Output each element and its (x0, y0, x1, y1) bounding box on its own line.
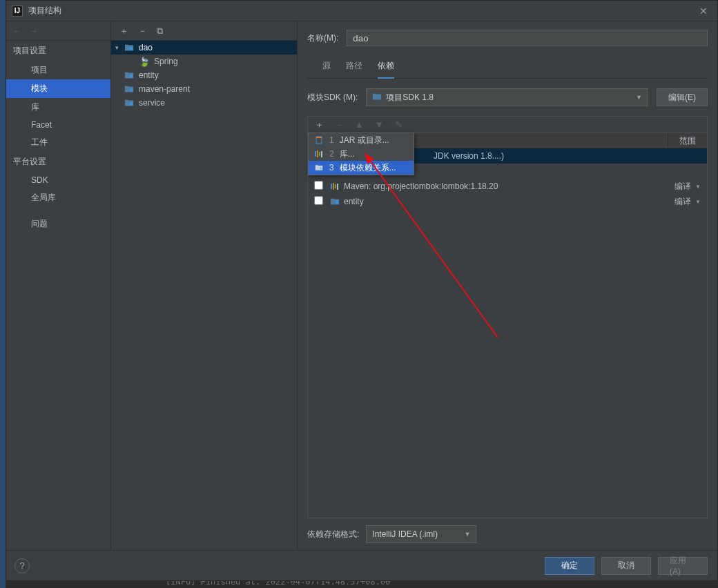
background-strip (0, 0, 6, 588)
chevron-down-icon: ▼ (636, 94, 642, 101)
nav-facets[interactable]: Facet (6, 117, 110, 133)
popup-item-jar[interactable]: 1 JAR 或目录... (309, 133, 414, 147)
storage-format-combo[interactable]: IntelliJ IDEA (.iml) ▼ (366, 525, 476, 543)
spring-icon: 🍃 (139, 56, 150, 67)
module-folder-icon (314, 164, 324, 172)
dep-row-lombok[interactable]: Maven: org.projectlombok:lombok:1.18.20 … (308, 179, 707, 194)
nav-modules[interactable]: 模块 (6, 79, 110, 98)
nav-problems[interactable]: 问题 (6, 214, 110, 234)
library-icon (329, 183, 341, 190)
storage-value: IntelliJ IDEA (.iml) (372, 529, 458, 539)
tree-label: entity (139, 70, 159, 80)
chevron-down-icon[interactable]: ▾ (115, 44, 124, 51)
storage-format-row: 依赖存储格式: IntelliJ IDEA (.iml) ▼ (307, 525, 708, 543)
module-sdk-combo[interactable]: 项目SDK 1.8 ▼ (366, 88, 648, 106)
dep-label: Maven: org.projectlombok:lombok:1.18.20 (344, 182, 668, 191)
dep-label: entity (344, 197, 668, 206)
tab-paths[interactable]: 路径 (346, 60, 362, 78)
section-project-settings: 项目设置 (6, 41, 110, 61)
svg-rect-7 (336, 201, 338, 204)
dep-scope-combo[interactable]: 编译 ▼ (668, 181, 707, 193)
tree-label: Spring (154, 57, 178, 66)
forward-icon[interactable]: → (30, 26, 38, 36)
popup-label: 库... (340, 148, 355, 160)
dep-toolbar: ＋ － ▲ ▼ ✎ 1 JAR 或目录... (307, 116, 708, 133)
library-icon (314, 150, 324, 157)
tab-dependencies[interactable]: 依赖 (378, 60, 394, 79)
export-checkbox[interactable] (314, 181, 323, 190)
module-folder-icon (124, 97, 135, 108)
nav-project[interactable]: 项目 (6, 61, 110, 79)
popup-item-module-dep[interactable]: 3 模块依赖关系... (309, 161, 414, 175)
popup-label: 模块依赖关系... (340, 162, 396, 174)
add-icon[interactable]: ＋ (119, 25, 128, 37)
apply-button[interactable]: 应用(A) (658, 557, 708, 575)
tree-label: dao (139, 43, 153, 52)
back-icon[interactable]: ← (13, 26, 21, 36)
nav-artifacts[interactable]: 工件 (6, 133, 110, 152)
popup-label: JAR 或目录... (340, 135, 389, 146)
chevron-down-icon: ▼ (464, 531, 470, 538)
sdk-value: 项目SDK 1.8 (386, 92, 434, 104)
jar-icon (314, 136, 324, 144)
dialog-footer: ? 确定 取消 应用(A) (6, 550, 717, 580)
tree-node-spring[interactable]: 🍃 Spring (111, 55, 297, 68)
history-nav: ← → (6, 21, 110, 41)
copy-icon[interactable]: ⧉ (157, 26, 163, 37)
ok-button[interactable]: 确定 (545, 557, 594, 575)
popup-item-library[interactable]: 2 库... (309, 147, 414, 161)
module-folder-icon (124, 84, 135, 95)
window-title: 项目结构 (28, 5, 695, 17)
app-icon: IJ (12, 6, 23, 17)
tree-node-service[interactable]: service (111, 96, 297, 110)
name-label: 名称(M): (307, 32, 338, 44)
sdk-label: 模块SDK (M): (307, 92, 358, 104)
nav-global-libs[interactable]: 全局库 (6, 188, 110, 207)
cancel-button[interactable]: 取消 (601, 557, 651, 575)
folder-icon (372, 92, 382, 104)
module-name-input[interactable] (347, 30, 708, 46)
module-tree-panel: ＋ － ⧉ ▾ dao 🍃 Spring (111, 21, 298, 550)
module-tabs: 源 路径 依赖 (307, 56, 708, 79)
titlebar[interactable]: IJ 项目结构 ✕ (6, 1, 717, 21)
close-icon[interactable]: ✕ (695, 6, 712, 17)
svg-rect-6 (320, 167, 322, 170)
tree-node-entity[interactable]: entity (111, 68, 297, 82)
tree-node-maven-parent[interactable]: maven-parent (111, 82, 297, 96)
tree-label: maven-parent (139, 84, 190, 94)
svg-rect-1 (130, 75, 133, 77)
dep-row-entity[interactable]: entity 编译 ▼ (308, 194, 707, 209)
nav-sdks[interactable]: SDK (6, 172, 110, 188)
move-down-icon[interactable]: ▼ (375, 119, 384, 130)
nav-libraries[interactable]: 库 (6, 98, 110, 117)
svg-rect-5 (316, 137, 322, 138)
dialog-body: ← → 项目设置 项目 模块 库 Facet 工件 平台设置 SDK 全局库 问… (6, 21, 717, 550)
add-dependency-popup: 1 JAR 或目录... 2 库... (308, 133, 414, 175)
remove-icon[interactable]: － (138, 25, 147, 37)
svg-rect-2 (130, 88, 133, 91)
module-folder-icon (124, 70, 135, 81)
svg-rect-0 (130, 47, 133, 50)
popup-shortcut: 2 (329, 149, 334, 159)
dependency-table[interactable]: 范围 JDK version 1.8....) Mav (307, 133, 708, 518)
help-icon[interactable]: ? (14, 558, 30, 574)
storage-label: 依赖存储格式: (307, 529, 359, 540)
tree-node-dao[interactable]: ▾ dao (111, 41, 297, 55)
module-details-panel: 名称(M): 源 路径 依赖 模块SDK (M): 项目SDK 1.8 (298, 21, 717, 550)
add-dependency-icon[interactable]: ＋ (315, 119, 324, 131)
module-folder-icon (124, 42, 135, 53)
move-up-icon[interactable]: ▲ (355, 119, 364, 130)
module-folder-icon (329, 197, 341, 206)
col-scope: 范围 (668, 133, 707, 148)
module-tree[interactable]: ▾ dao 🍃 Spring entity (111, 41, 297, 550)
edit-dependency-icon[interactable]: ✎ (395, 119, 402, 130)
edit-sdk-button[interactable]: 编辑(E) (657, 88, 708, 106)
remove-dependency-icon[interactable]: － (335, 119, 344, 131)
category-panel: ← → 项目设置 项目 模块 库 Facet 工件 平台设置 SDK 全局库 问… (6, 21, 111, 550)
export-checkbox[interactable] (314, 196, 323, 205)
dependencies-panel: ＋ － ▲ ▼ ✎ 1 JAR 或目录... (307, 116, 708, 543)
tree-toolbar: ＋ － ⧉ (111, 21, 297, 41)
chevron-down-icon: ▼ (695, 184, 701, 190)
tab-sources[interactable]: 源 (322, 60, 331, 78)
dep-scope-combo[interactable]: 编译 ▼ (668, 196, 707, 208)
